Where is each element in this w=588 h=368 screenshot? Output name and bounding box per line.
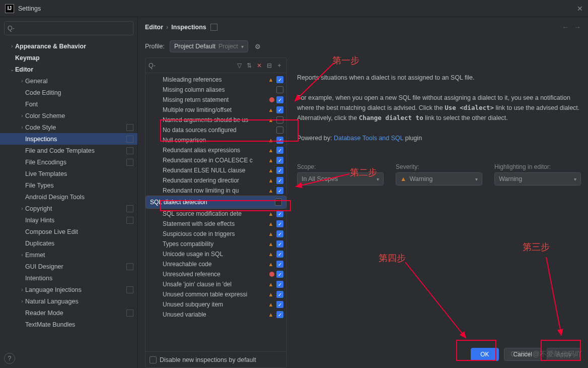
sidebar-item-natural-languages[interactable]: ›Natural Languages xyxy=(0,295,137,307)
inspection-unresolved-reference[interactable]: Unresolved reference✓ xyxy=(145,269,286,279)
inspection-unused-variable[interactable]: Unused variable▲✓ xyxy=(145,310,286,320)
sidebar-item-live-templates[interactable]: Live Templates xyxy=(0,168,137,179)
sidebar-item-copyright[interactable]: ›Copyright xyxy=(0,203,137,214)
inspection-checkbox[interactable]: ✓ xyxy=(276,311,283,318)
inspection-checkbox[interactable]: ✓ xyxy=(276,137,283,144)
list-search-input[interactable] xyxy=(158,62,233,69)
sidebar-item-compose-live-edit[interactable]: Compose Live Edit xyxy=(0,226,137,237)
sidebar-item-file-types[interactable]: File Types xyxy=(0,179,137,191)
inspection-redundant-else-null-clause[interactable]: Redundant ELSE NULL clause▲✓ xyxy=(145,165,286,175)
filter-icon[interactable]: ▽ xyxy=(235,62,243,69)
sidebar-item-code-editing[interactable]: Code Editing xyxy=(0,87,137,98)
inspection-checkbox[interactable]: ✓ xyxy=(276,281,283,288)
sidebar-item-duplicates[interactable]: Duplicates xyxy=(0,237,137,249)
sidebar-item-emmet[interactable]: ›Emmet xyxy=(0,249,137,261)
severity-select[interactable]: ▲ Warning ▾ xyxy=(396,172,482,186)
inspection-checkbox[interactable]: ✓ xyxy=(276,76,283,83)
inspection-null-comparison[interactable]: Null comparison▲✓ xyxy=(145,135,286,145)
desc-link[interactable]: Database Tools and SQL xyxy=(334,135,403,142)
inspection-redundant-code-in-coalesce-c[interactable]: Redundant code in COALESCE c▲✓ xyxy=(145,155,286,165)
highlight-select[interactable]: Warning ▾ xyxy=(494,172,581,186)
expand-icon[interactable]: ⇅ xyxy=(245,62,253,69)
inspection-checkbox[interactable]: ✓ xyxy=(276,230,283,237)
inspection-checkbox[interactable]: ✓ xyxy=(276,261,283,268)
sidebar-item-language-injections[interactable]: ›Language Injections xyxy=(0,284,137,295)
inspection-unreachable-code[interactable]: Unreachable code▲✓ xyxy=(145,259,286,269)
sidebar-item-android-design-tools[interactable]: Android Design Tools xyxy=(0,191,137,203)
inspection-checkbox[interactable]: ✓ xyxy=(276,301,283,308)
nav-fwd-icon[interactable]: → xyxy=(574,23,581,31)
inspection-redundant-alias-expressions[interactable]: Redundant alias expressions▲✓ xyxy=(145,145,286,155)
inspection-redundant-row-limiting-in-qu[interactable]: Redundant row limiting in qu▲✓ xyxy=(145,186,286,196)
inspection-checkbox[interactable]: ✓ xyxy=(276,187,283,194)
disable-new-checkbox[interactable] xyxy=(150,356,157,363)
inspection-unused-subquery-item[interactable]: Unused subquery item▲✓ xyxy=(145,299,286,310)
inspection-missing-return-statement[interactable]: Missing return statement✓ xyxy=(145,95,286,105)
inspection-sql-source-modification-dete[interactable]: SQL source modification dete▲✓ xyxy=(145,209,286,219)
inspection-checkbox[interactable] xyxy=(275,199,282,206)
gear-icon[interactable]: ⚙ xyxy=(253,42,262,51)
inspection-missing-column-aliases[interactable]: Missing column aliases xyxy=(145,85,286,95)
sidebar-item-font[interactable]: Font xyxy=(0,98,137,110)
sidebar-item-appearance-behavior[interactable]: ›Appearance & Behavior xyxy=(0,40,137,52)
ok-button[interactable]: OK xyxy=(471,348,498,361)
scope-select[interactable]: In All Scopes ▾ xyxy=(297,172,384,186)
profile-select[interactable]: Project Default Project ▾ xyxy=(170,40,248,52)
inspection-unsafe-join-clause-in-del[interactable]: Unsafe 'join' clause in 'del▲✓ xyxy=(145,279,286,289)
list-search[interactable]: Q- xyxy=(149,62,233,69)
apply-button[interactable]: Apply xyxy=(547,348,581,361)
crumb-editor[interactable]: Editor xyxy=(145,24,163,31)
inspection-checkbox[interactable]: ✓ xyxy=(276,240,283,248)
inspection-types-compatibility[interactable]: Types compatibility▲✓ xyxy=(145,239,286,249)
inspection-tree[interactable]: Misleading references▲✓Missing column al… xyxy=(145,73,286,351)
sidebar-item-textmate-bundles[interactable]: TextMate Bundles xyxy=(0,319,137,330)
sidebar-item-keymap[interactable]: Keymap xyxy=(0,52,137,64)
inspection-misleading-references[interactable]: Misleading references▲✓ xyxy=(145,75,286,85)
inspection-no-data-sources-configured[interactable]: No data sources configured xyxy=(145,125,286,135)
sidebar-item-file-and-code-templates[interactable]: File and Code Templates xyxy=(0,145,137,156)
inspection-multiple-row-limiting-offset[interactable]: Multiple row limiting/offset▲✓ xyxy=(145,105,286,115)
tree-footer: Disable new inspections by default xyxy=(145,351,286,367)
inspection-checkbox[interactable]: ✓ xyxy=(276,291,283,298)
inspection-checkbox[interactable]: ✓ xyxy=(276,210,283,217)
inspection-checkbox[interactable]: ✓ xyxy=(276,96,283,103)
sidebar-search[interactable]: Q- xyxy=(4,21,133,35)
sidebar-item-color-scheme[interactable]: ›Color Scheme xyxy=(0,110,137,121)
sidebar-item-general[interactable]: ›General xyxy=(0,75,137,87)
inspection-unicode-usage-in-sql[interactable]: Unicode usage in SQL▲✓ xyxy=(145,249,286,259)
collapse-icon[interactable]: ⊟ xyxy=(265,62,273,69)
sidebar-item-editor[interactable]: ⌄Editor xyxy=(0,64,137,75)
sidebar-item-intentions[interactable]: Intentions xyxy=(0,272,137,284)
inspection-checkbox[interactable]: ✓ xyxy=(276,167,283,174)
sidebar-item-gui-designer[interactable]: GUI Designer xyxy=(0,261,137,272)
inspection-checkbox[interactable]: ✓ xyxy=(276,251,283,258)
add-icon[interactable]: + xyxy=(275,62,283,69)
nav-back-icon[interactable]: ← xyxy=(562,23,569,31)
sidebar-item-code-style[interactable]: ›Code Style xyxy=(0,121,137,133)
inspection-suspicious-code-in-triggers[interactable]: Suspicious code in triggers▲✓ xyxy=(145,229,286,239)
inspection-checkbox[interactable] xyxy=(276,86,283,93)
inspection-label: Types compatibility xyxy=(163,240,265,248)
clear-icon[interactable]: ✕ xyxy=(255,62,263,69)
inspection-checkbox[interactable]: ✓ xyxy=(276,157,283,164)
inspection-checkbox[interactable]: ✓ xyxy=(276,271,283,278)
cancel-button[interactable]: Cancel xyxy=(504,348,542,361)
help-button[interactable]: ? xyxy=(4,353,15,364)
sidebar-item-reader-mode[interactable]: Reader Mode xyxy=(0,307,137,319)
inspection-checkbox[interactable]: ✓ xyxy=(276,106,283,113)
inspection-sql-dialect-detection[interactable]: SQL dialect detection xyxy=(145,196,286,209)
close-icon[interactable]: ✕ xyxy=(577,5,583,13)
inspection-checkbox[interactable]: ✓ xyxy=(276,177,283,184)
inspection-named-arguments-should-be-us[interactable]: Named arguments should be us▲ xyxy=(145,115,286,125)
inspection-checkbox[interactable]: ✓ xyxy=(276,147,283,154)
inspection-checkbox[interactable] xyxy=(276,127,283,134)
inspection-redundant-ordering-directior[interactable]: Redundant ordering directior▲✓ xyxy=(145,175,286,186)
inspection-checkbox[interactable]: ✓ xyxy=(276,220,283,227)
sidebar-item-file-encodings[interactable]: File Encodings xyxy=(0,156,137,168)
inspection-statement-with-side-effects[interactable]: Statement with side effects▲✓ xyxy=(145,219,286,229)
sidebar-item-inspections[interactable]: Inspections xyxy=(0,133,137,145)
sidebar-item-inlay-hints[interactable]: Inlay Hints xyxy=(0,214,137,226)
inspection-checkbox[interactable] xyxy=(276,116,283,124)
inspection-unused-common-table-expressi[interactable]: Unused common table expressi▲✓ xyxy=(145,289,286,299)
sidebar-search-input[interactable] xyxy=(17,25,130,32)
